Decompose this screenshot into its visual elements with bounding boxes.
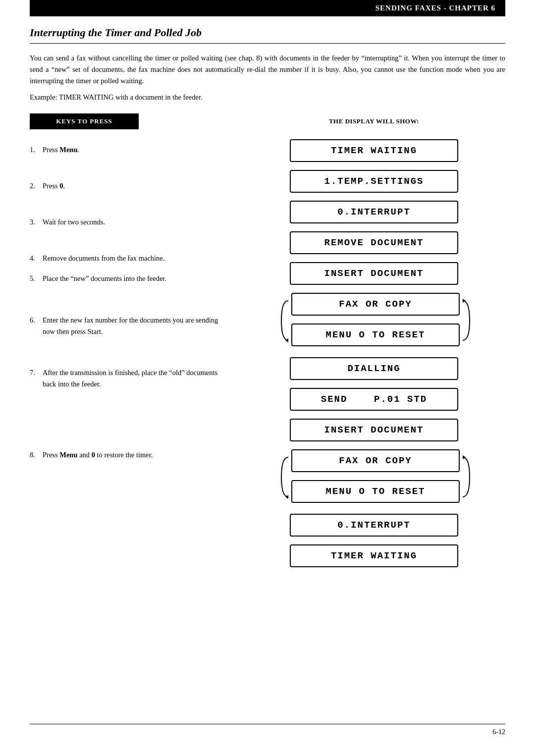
display-screen-5: INSERT DOCUMENT bbox=[290, 262, 458, 285]
loop-group-2: FAX OR COPY MENU O TO RESET bbox=[277, 449, 471, 507]
loop-inner-2: FAX OR COPY MENU O TO RESET bbox=[291, 449, 460, 507]
page-number: 6-12 bbox=[492, 728, 505, 736]
display-screen-6: FAX OR COPY bbox=[291, 293, 460, 316]
step-number: 6. bbox=[30, 315, 40, 337]
step-number: 8. bbox=[30, 449, 40, 461]
step-text: Press 0. bbox=[43, 180, 228, 192]
step-number: 1. bbox=[30, 144, 40, 156]
display-screen-9: SEND P.01 STD bbox=[290, 388, 458, 411]
left-column: KEYS TO PRESS 1. Press Menu. 2. Press 0.… bbox=[30, 113, 238, 571]
step-number: 7. bbox=[30, 367, 40, 390]
step-text: Remove documents from the fax machine. bbox=[43, 253, 228, 264]
loop-group-1: FAX OR COPY MENU O TO RESET bbox=[277, 293, 471, 350]
keys-to-press-header: KEYS TO PRESS bbox=[30, 113, 139, 129]
display-screen-8: DIALLING bbox=[290, 357, 458, 380]
list-item: 5. Place the “new” documents into the fe… bbox=[30, 273, 228, 284]
right-column: THE DISPLAY WILL SHOW: TIMER WAITING 1.T… bbox=[238, 113, 505, 571]
display-screen-10: INSERT DOCUMENT bbox=[290, 419, 458, 441]
left-arrow-1 bbox=[277, 296, 291, 347]
list-item: 7. After the transmission is finished, p… bbox=[30, 367, 228, 390]
step-text: Press Menu. bbox=[43, 144, 228, 156]
footer-area: 6-12 bbox=[30, 709, 505, 736]
footer-row: 6-12 bbox=[30, 728, 505, 736]
step-bold: Menu bbox=[59, 146, 77, 154]
list-item: 1. Press Menu. bbox=[30, 144, 228, 156]
list-item: 4. Remove documents from the fax machine… bbox=[30, 253, 228, 264]
page-title: Interrupting the Timer and Polled Job bbox=[30, 26, 505, 44]
steps-list: 1. Press Menu. 2. Press 0. 3. Wait for t… bbox=[30, 144, 228, 461]
display-screen-3: 0.INTERRUPT bbox=[290, 201, 458, 223]
display-screen-14: TIMER WAITING bbox=[290, 544, 458, 567]
display-screen-4: REMOVE DOCUMENT bbox=[290, 231, 458, 254]
display-screen-2: 1.TEMP.SETTINGS bbox=[290, 170, 458, 193]
intro-paragraph: You can send a fax without cancelling th… bbox=[30, 53, 505, 87]
display-screen-1: TIMER WAITING bbox=[290, 139, 458, 162]
loop-inner-1: FAX OR COPY MENU O TO RESET bbox=[291, 293, 460, 350]
step-bold: 0 bbox=[59, 182, 63, 190]
display-will-show-header: THE DISPLAY WILL SHOW: bbox=[243, 113, 505, 129]
step-text: Wait for two seconds. bbox=[43, 216, 228, 228]
footer-divider bbox=[30, 724, 505, 724]
display-screen-7: MENU O TO RESET bbox=[291, 324, 460, 346]
content-area: KEYS TO PRESS 1. Press Menu. 2. Press 0.… bbox=[30, 113, 505, 571]
header-bar: SENDING FAXES - CHAPTER 6 bbox=[30, 0, 505, 16]
list-item: 2. Press 0. bbox=[30, 180, 228, 192]
display-screen-12: MENU O TO RESET bbox=[291, 480, 460, 503]
right-arrow-2 bbox=[460, 452, 474, 504]
header-label: SENDING FAXES - CHAPTER 6 bbox=[375, 4, 495, 12]
step-text: Enter the new fax number for the documen… bbox=[43, 315, 228, 337]
step-text: Press Menu and 0 to restore the timer. bbox=[43, 449, 228, 461]
list-item: 6. Enter the new fax number for the docu… bbox=[30, 315, 228, 337]
display-screen-11: FAX OR COPY bbox=[291, 449, 460, 472]
list-item: 3. Wait for two seconds. bbox=[30, 216, 228, 228]
step-number: 3. bbox=[30, 216, 40, 228]
page: SENDING FAXES - CHAPTER 6 Interrupting t… bbox=[0, 0, 535, 756]
step-number: 4. bbox=[30, 253, 40, 264]
display-header-wrapper: THE DISPLAY WILL SHOW: bbox=[243, 113, 505, 134]
display-screen-13: 0.INTERRUPT bbox=[290, 514, 458, 537]
step-text: Place the “new” documents into the feede… bbox=[43, 273, 228, 284]
step-bold: Menu bbox=[59, 451, 77, 459]
left-arrow-2 bbox=[277, 452, 291, 504]
step-number: 5. bbox=[30, 273, 40, 284]
step-text: After the transmission is finished, plac… bbox=[43, 367, 228, 390]
step-number: 2. bbox=[30, 180, 40, 192]
step-bold2: 0 bbox=[92, 451, 95, 459]
example-text: Example: TIMER WAITING with a document i… bbox=[30, 93, 505, 102]
right-arrow-1 bbox=[460, 296, 474, 347]
list-item: 8. Press Menu and 0 to restore the timer… bbox=[30, 449, 228, 461]
